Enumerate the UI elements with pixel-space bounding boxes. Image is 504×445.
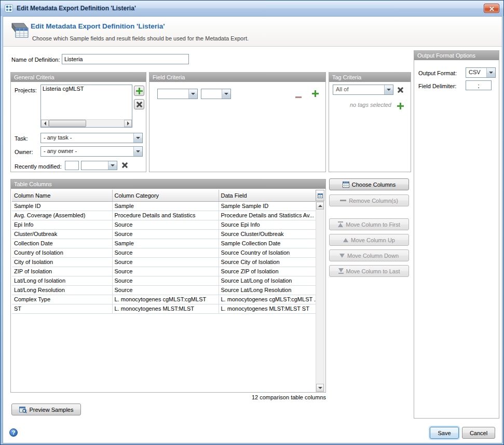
owner-dropdown[interactable]: - any owner - [40, 146, 143, 157]
table-cell: Source Cluster/Outbreak [219, 229, 316, 239]
field-delimiter-input[interactable] [466, 80, 492, 90]
scroll-left-button[interactable] [41, 120, 49, 127]
table-row[interactable]: Collection DateSampleSample Collection D… [12, 239, 316, 248]
table-cell: Epi Info [12, 220, 112, 229]
tag-mode-dropdown[interactable]: All of [333, 85, 393, 95]
table-cell: Source City of Isolation [219, 257, 316, 267]
table-cell: Source Lat/Long Resolution [219, 285, 316, 295]
table-cell: Country of Isolation [12, 248, 112, 257]
table-body: Sample IDSampleSample Sample IDAvg. Cove… [12, 201, 316, 313]
table-cell: Source [112, 267, 219, 276]
tag-criteria-title: Tag Criteria [329, 73, 411, 82]
recently-modified-input[interactable] [65, 161, 79, 170]
output-format-dropdown[interactable]: CSV [466, 67, 496, 78]
table-cell: Procedure Details and Statistics [112, 211, 219, 220]
table-cell: Procedure Details and Statistics Av... [219, 211, 316, 220]
table-cell: Collection Date [12, 239, 112, 248]
chevron-down-icon [133, 133, 142, 143]
clear-tags-button[interactable] [397, 87, 404, 94]
table-cell: Cluster/Outbreak [12, 229, 112, 239]
table-row[interactable]: Complex TypeL. monocytogenes cgMLST:cgML… [12, 295, 316, 304]
scroll-down-button[interactable] [316, 384, 324, 392]
save-button[interactable]: Save [430, 427, 459, 439]
table-cell: Source Epi Info [219, 220, 316, 229]
add-tag-button[interactable] [397, 103, 404, 110]
move-column-first-label: Move Column to First [346, 221, 400, 228]
general-criteria-group: General Criteria Projects: Listeria cgML… [10, 72, 146, 172]
move-column-last-button[interactable]: Move Column to Last [329, 265, 409, 277]
table-row[interactable]: Avg. Coverage (Assembled)Procedure Detai… [12, 211, 316, 220]
cancel-label: Cancel [470, 430, 487, 436]
output-format-label: Output Format: [418, 70, 457, 76]
definition-name-input[interactable] [62, 54, 189, 64]
move-column-down-button[interactable]: Move Column Down [329, 249, 409, 261]
dialog-window: Edit Metadata Export Definition 'Listeri… [0, 0, 504, 445]
table-row[interactable]: Lat/Long ResolutionSourceSource Lat/Long… [12, 285, 316, 295]
table-config-button[interactable] [316, 190, 324, 201]
table-cell: Source [112, 276, 219, 285]
table-cell: Source [112, 248, 219, 257]
task-dropdown[interactable]: - any task - [40, 133, 143, 143]
arrow-to-top-icon [338, 221, 343, 227]
columns-table: Column Name Column Category Data Field S… [12, 190, 316, 314]
recently-modified-unit-dropdown[interactable] [81, 161, 117, 170]
arrow-up-icon [343, 238, 348, 242]
preview-samples-button[interactable]: Preview Samples [11, 404, 81, 415]
table-cell: Lat/Long Resolution [12, 285, 112, 295]
preview-samples-label: Preview Samples [30, 407, 74, 413]
close-button[interactable] [484, 4, 499, 13]
table-row[interactable]: Cluster/OutbreakSourceSource Cluster/Out… [12, 229, 316, 239]
projects-list-items: Listeria cgMLST [41, 85, 132, 92]
table-cell: Source Country of Isolation [219, 248, 316, 257]
chevron-down-icon [188, 89, 197, 99]
table-cell: City of Isolation [12, 257, 112, 267]
help-icon[interactable]: ? [9, 428, 18, 437]
hscroll-thumb[interactable] [49, 120, 86, 127]
metadata-export-icon [9, 21, 30, 41]
field-criteria-operator-dropdown[interactable] [201, 89, 231, 99]
table-cell: Avg. Coverage (Assembled) [12, 211, 112, 220]
chevron-down-icon [486, 68, 495, 77]
remove-columns-button[interactable]: Remove Column(s) [329, 194, 409, 206]
general-criteria-title: General Criteria [11, 73, 146, 82]
table-cell: L. monocytogenes MLST:MLST ST [219, 304, 316, 313]
projects-list[interactable]: Listeria cgMLST [40, 85, 132, 128]
add-project-button[interactable] [134, 86, 144, 96]
scroll-right-button[interactable] [124, 120, 132, 127]
projects-hscrollbar[interactable] [41, 119, 132, 127]
choose-columns-button[interactable]: Choose Columns [329, 178, 409, 190]
table-row[interactable]: STL. monocytogenes MLST:MLSTL. monocytog… [12, 304, 316, 313]
cancel-button[interactable]: Cancel [462, 427, 495, 439]
table-row[interactable]: City of IsolationSourceSource City of Is… [12, 257, 316, 267]
title-bar[interactable]: Edit Metadata Export Definition 'Listeri… [1, 1, 503, 16]
project-list-item[interactable]: Listeria cgMLST [41, 85, 132, 92]
table-row[interactable]: ZIP of IsolationSourceSource ZIP of Isol… [12, 267, 316, 276]
table-row[interactable]: Country of IsolationSourceSource Country… [12, 248, 316, 257]
remove-field-criterion-button[interactable] [295, 93, 302, 99]
tag-criteria-group: Tag Criteria All of no tags selected [329, 72, 411, 172]
arrow-down-icon [339, 254, 345, 258]
clear-projects-button[interactable] [134, 99, 144, 109]
field-criteria-field-dropdown[interactable] [157, 89, 198, 99]
table-vscrollbar[interactable] [316, 201, 324, 392]
window-title: Edit Metadata Export Definition 'Listeri… [17, 5, 484, 12]
move-column-first-button[interactable]: Move Column to First [329, 218, 409, 230]
column-header-category[interactable]: Column Category [112, 190, 219, 201]
clear-recently-modified-button[interactable] [121, 162, 128, 170]
table-row[interactable]: Sample IDSampleSample Sample ID [12, 201, 316, 211]
table-row[interactable]: Lat/Long of IsolationSourceSource Lat/Lo… [12, 276, 316, 285]
chevron-down-icon [108, 161, 117, 170]
table-cell: Lat/Long of Isolation [12, 276, 112, 285]
table-columns-group: Table Columns Column Name Column Categor… [10, 179, 326, 393]
column-header-name[interactable]: Column Name [12, 190, 112, 201]
plus-icon [136, 88, 143, 94]
table-cell: Source [112, 229, 219, 239]
definition-name-label: Name of Definition: [11, 57, 60, 63]
column-header-datafield[interactable]: Data Field [219, 190, 316, 201]
preview-icon [19, 406, 27, 413]
move-column-up-label: Move Column Up [351, 237, 395, 243]
table-row[interactable]: Epi InfoSourceSource Epi Info [12, 220, 316, 229]
scroll-up-button[interactable] [316, 202, 324, 210]
move-column-up-button[interactable]: Move Column Up [329, 234, 409, 246]
add-field-criterion-button[interactable] [312, 90, 319, 98]
